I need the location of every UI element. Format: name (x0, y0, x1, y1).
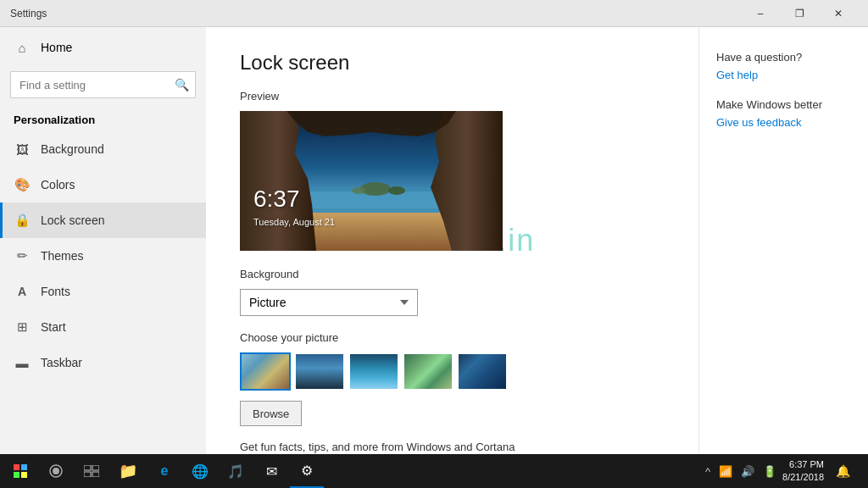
edge-button[interactable]: e (147, 454, 181, 488)
thumbnail-2[interactable] (294, 352, 345, 391)
thumbnail-3[interactable] (348, 352, 399, 391)
taskbar: 📁 e 🌐 🎵 ✉ ⚙ ^ 📶 🔊 🔋 6:37 PM 8/21/2018 🔔 (0, 454, 868, 488)
thumbnail-1[interactable] (240, 352, 291, 391)
sidebar: ⌂ Home 🔍 Personalization 🖼 Background 🎨 … (0, 27, 206, 454)
restore-button[interactable]: ❐ (780, 0, 819, 27)
taskbar-date-value: 8/21/2018 (782, 471, 824, 484)
browse-button[interactable]: Browse (240, 401, 302, 426)
title-bar: Settings – ❐ ✕ (0, 0, 868, 27)
svg-rect-14 (92, 465, 99, 470)
window-controls: – ❐ ✕ (741, 0, 858, 27)
volume-icon[interactable]: 🔊 (738, 465, 757, 478)
fun-facts-section: Get fun facts, tips, and more from Windo… (240, 440, 665, 454)
lock-screen-icon: 🔒 (14, 212, 31, 229)
svg-point-12 (53, 468, 59, 474)
picture-thumbnails (240, 352, 665, 391)
sidebar-item-start[interactable]: ⊞ Start (0, 309, 206, 345)
cortana-icon (49, 464, 63, 478)
sidebar-item-colors[interactable]: 🎨 Colors (0, 167, 206, 202)
file-explorer-button[interactable]: 📁 (110, 454, 146, 488)
sidebar-item-background-label: Background (41, 142, 104, 156)
svg-rect-7 (14, 464, 19, 470)
background-section: Background Windows spotlight Picture Sli… (240, 268, 665, 316)
sidebar-section-title: Personalization (0, 105, 206, 131)
mail-button[interactable]: ✉ (254, 454, 288, 488)
search-icon: 🔍 (175, 78, 189, 92)
groove-music-button[interactable]: 🎵 (219, 454, 253, 488)
feedback-title: Make Windows better (716, 98, 851, 111)
home-icon: ⌂ (14, 39, 31, 56)
choose-picture-label: Choose your picture (240, 331, 665, 344)
rock-arch-svg (240, 111, 503, 251)
thumb-4-inner (404, 354, 452, 389)
taskbar-clock[interactable]: 6:37 PM 8/21/2018 (782, 458, 824, 485)
task-view-icon (84, 465, 99, 477)
svg-rect-16 (92, 472, 99, 477)
pictures-section: Choose your picture Browse (240, 331, 665, 426)
sidebar-item-background[interactable]: 🖼 Background (0, 131, 206, 167)
sidebar-item-themes-label: Themes (41, 249, 84, 263)
themes-icon: ✏ (14, 247, 31, 264)
search-input[interactable] (10, 71, 196, 98)
chrome-button[interactable]: 🌐 (183, 454, 217, 488)
sidebar-item-taskbar-label: Taskbar (41, 356, 82, 369)
background-section-label: Background (240, 268, 665, 280)
right-panel: Have a question? Get help Make Windows b… (698, 27, 868, 454)
close-button[interactable]: ✕ (819, 0, 858, 27)
sidebar-item-home[interactable]: ⌂ Home (0, 27, 206, 68)
sidebar-item-colors-label: Colors (41, 178, 75, 191)
help-question: Have a question? (716, 51, 851, 64)
taskbar-right: ^ 📶 🔊 🔋 6:37 PM 8/21/2018 🔔 (696, 454, 865, 488)
cortana-button[interactable] (39, 454, 73, 488)
svg-point-5 (388, 186, 405, 195)
lock-screen-preview: 6:37 Tuesday, August 21 (240, 111, 503, 251)
start-button[interactable] (3, 454, 37, 488)
thumbnail-5[interactable] (457, 352, 508, 391)
notifications-chevron-icon[interactable]: ^ (703, 465, 713, 478)
taskbar-time-value: 6:37 PM (782, 458, 824, 471)
get-help-link[interactable]: Get help (716, 69, 851, 81)
svg-rect-8 (21, 464, 27, 470)
svg-rect-10 (21, 472, 27, 478)
task-view-button[interactable] (75, 454, 108, 488)
taskbar-icon: ▬ (14, 354, 31, 371)
windows-icon (14, 464, 27, 478)
minimize-button[interactable]: – (741, 0, 780, 27)
start-icon: ⊞ (14, 319, 31, 336)
colors-icon: 🎨 (14, 176, 31, 193)
sidebar-search-container: 🔍 (10, 71, 196, 98)
sidebar-item-fonts-label: Fonts (41, 285, 70, 298)
sidebar-item-lock-screen[interactable]: 🔒 Lock screen (0, 202, 206, 238)
sidebar-item-taskbar[interactable]: ▬ Taskbar (0, 345, 206, 380)
svg-point-4 (360, 182, 391, 196)
settings-button[interactable]: ⚙ (290, 454, 324, 488)
preview-date: Tuesday, August 21 (253, 217, 335, 227)
feedback-link[interactable]: Give us feedback (716, 116, 851, 129)
sidebar-item-lock-screen-label: Lock screen (41, 214, 104, 227)
thumb-1-inner (242, 354, 289, 389)
thumb-5-inner (459, 354, 506, 389)
background-dropdown[interactable]: Windows spotlight Picture Slideshow (240, 289, 418, 316)
sidebar-home-label: Home (41, 41, 72, 54)
svg-point-6 (352, 187, 365, 194)
fonts-icon: A (14, 283, 31, 300)
background-icon: 🖼 (14, 141, 31, 158)
svg-rect-15 (84, 472, 91, 477)
app-title: Settings (10, 8, 741, 19)
app-body: ⌂ Home 🔍 Personalization 🖼 Background 🎨 … (0, 27, 868, 454)
svg-rect-9 (14, 472, 19, 478)
main-content: ofbit.in Lock screen Preview (206, 27, 698, 454)
battery-icon: 🔋 (760, 465, 779, 478)
thumbnail-4[interactable] (403, 352, 453, 391)
preview-background (240, 111, 503, 251)
preview-label: Preview (240, 90, 665, 103)
page-title: Lock screen (240, 51, 665, 75)
notification-icon: 🔔 (836, 464, 850, 478)
fun-facts-label: Get fun facts, tips, and more from Windo… (240, 440, 528, 454)
notification-center-button[interactable]: 🔔 (827, 454, 858, 488)
network-icon[interactable]: 📶 (716, 465, 735, 478)
svg-rect-13 (84, 465, 91, 470)
sidebar-item-fonts[interactable]: A Fonts (0, 274, 206, 309)
thumb-3-inner (350, 354, 398, 389)
sidebar-item-themes[interactable]: ✏ Themes (0, 238, 206, 274)
